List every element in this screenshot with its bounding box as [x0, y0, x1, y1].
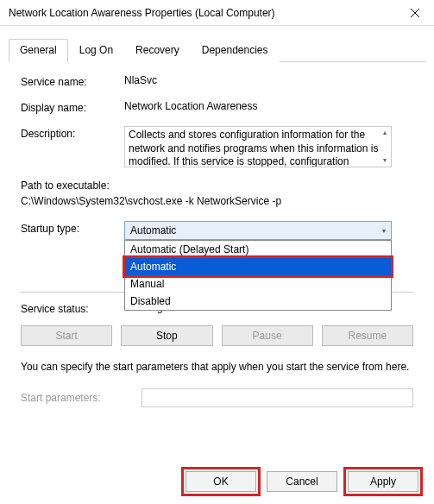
option-delayed[interactable]: Automatic (Delayed Start) — [125, 241, 391, 258]
pause-button: Pause — [222, 325, 313, 346]
ok-button[interactable]: OK — [186, 471, 256, 492]
service-status-label: Service status: — [21, 301, 124, 315]
apply-button[interactable]: Apply — [348, 471, 418, 492]
start-parameters-label: Start parameters: — [21, 392, 142, 404]
description-box[interactable]: Collects and stores configuration inform… — [124, 126, 392, 167]
path-value: C:\Windows\System32\svchost.exe -k Netwo… — [21, 195, 413, 207]
startup-type-dropdown: Automatic (Delayed Start) Automatic Manu… — [124, 240, 392, 311]
titlebar: Network Location Awareness Properties (L… — [0, 0, 434, 26]
tab-dependencies[interactable]: Dependencies — [191, 39, 280, 62]
start-parameters-input — [142, 388, 413, 407]
startup-type-value: Automatic — [130, 224, 176, 236]
stop-button[interactable]: Stop — [121, 325, 212, 346]
tab-bar: General Log On Recovery Dependencies — [9, 38, 425, 62]
option-manual[interactable]: Manual — [125, 275, 391, 293]
tab-general[interactable]: General — [9, 39, 68, 62]
description-label: Description: — [21, 126, 124, 140]
resume-button: Resume — [322, 325, 413, 346]
display-name-label: Display name: — [21, 100, 124, 114]
description-scrollbar[interactable]: ▴ ▾ — [379, 127, 391, 167]
path-label: Path to executable: — [21, 180, 413, 192]
option-disabled[interactable]: Disabled — [125, 293, 391, 310]
option-automatic[interactable]: Automatic — [125, 258, 391, 275]
description-text: Collects and stores configuration inform… — [129, 129, 378, 167]
tab-recovery[interactable]: Recovery — [124, 39, 191, 62]
service-name-value: NlaSvc — [124, 74, 413, 86]
tab-content: Service name: NlaSvc Display name: Netwo… — [0, 62, 434, 407]
display-name-value: Network Location Awareness — [124, 100, 413, 112]
dialog-footer: OK Cancel Apply — [186, 471, 418, 492]
chevron-down-icon: ▾ — [382, 227, 386, 235]
close-icon — [411, 9, 419, 17]
scroll-up-icon[interactable]: ▴ — [379, 127, 391, 139]
start-button: Start — [21, 325, 112, 346]
info-text: You can specify the start parameters tha… — [21, 360, 413, 375]
service-name-label: Service name: — [21, 74, 124, 88]
tab-logon[interactable]: Log On — [68, 39, 124, 62]
cancel-button[interactable]: Cancel — [267, 471, 337, 492]
startup-type-select[interactable]: Automatic ▾ Automatic (Delayed Start) Au… — [124, 221, 392, 240]
window-title: Network Location Awareness Properties (L… — [9, 7, 275, 19]
close-button[interactable] — [396, 0, 434, 26]
startup-type-label: Startup type: — [21, 221, 124, 235]
scroll-down-icon[interactable]: ▾ — [379, 154, 391, 167]
